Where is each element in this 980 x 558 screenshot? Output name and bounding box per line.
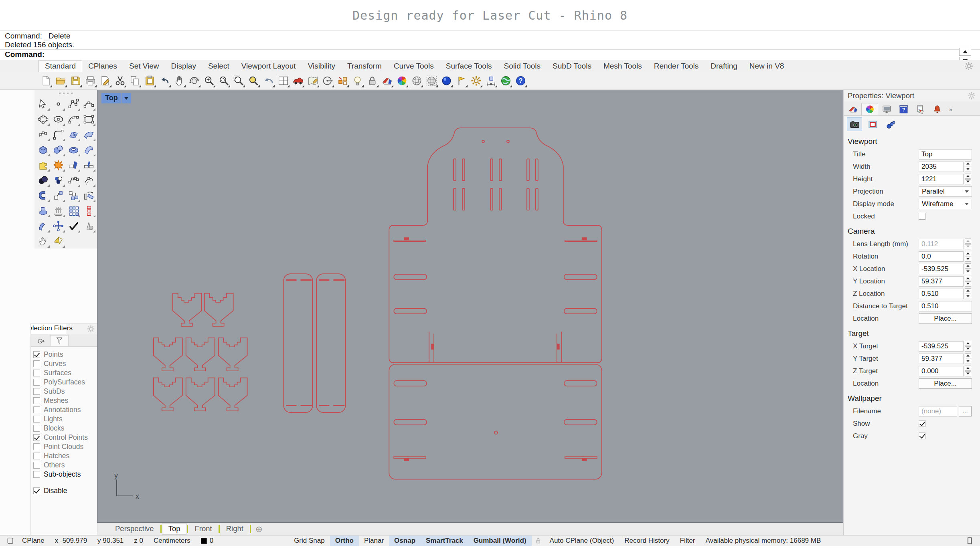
ellipse-tool-icon[interactable] (51, 111, 66, 127)
spheres-tool-icon[interactable] (51, 142, 66, 157)
gear-icon[interactable] (967, 91, 976, 100)
filter-item-others[interactable]: Others (33, 461, 97, 470)
spinner-stepper[interactable] (965, 341, 971, 352)
checkbox[interactable] (33, 453, 40, 459)
properties-tab-colorwheel-icon[interactable] (861, 103, 878, 115)
point-tool-icon[interactable] (51, 96, 66, 111)
cut-icon[interactable] (113, 73, 128, 89)
colorwheel-icon[interactable] (395, 73, 409, 89)
menu-tab-solid-tools[interactable]: Solid Tools (498, 61, 547, 72)
fillet-tool-icon[interactable] (51, 127, 66, 142)
polyline-tool-icon[interactable] (66, 96, 81, 111)
filter-item-blocks[interactable]: Blocks (33, 424, 97, 433)
render-sphere-icon[interactable] (439, 73, 454, 89)
filter-item-disable[interactable]: Disable (33, 486, 97, 495)
detail-spheres-icon[interactable] (883, 117, 898, 131)
copy-icon[interactable] (128, 73, 142, 89)
more-tabs-chevrons-icon[interactable]: » (946, 103, 956, 115)
car-icon[interactable] (291, 73, 306, 89)
y-location-field[interactable] (919, 276, 964, 287)
display-mode-dropdown[interactable]: Wireframe (919, 199, 972, 209)
command-area[interactable]: Command: _Delete Deleted 156 objects. Co… (0, 30, 980, 60)
gear-icon[interactable] (87, 325, 95, 333)
y-target-field[interactable] (919, 354, 964, 364)
twist-tool-icon[interactable] (81, 142, 96, 157)
menu-tab-transform[interactable]: Transform (341, 61, 388, 72)
puzzle-tool-icon[interactable] (35, 157, 51, 172)
window-panel-icon[interactable] (966, 537, 974, 545)
menu-tab-visibility[interactable]: Visibility (302, 61, 341, 72)
dim-tool-icon[interactable] (484, 73, 498, 89)
filter-item-hatches[interactable]: Hatches (33, 451, 97, 461)
argrid-tool-icon[interactable] (66, 203, 81, 218)
spinner-stepper[interactable] (965, 288, 971, 299)
laser-cut-drawing[interactable]: y x (97, 90, 843, 522)
checkbox[interactable] (33, 351, 40, 358)
spinner-stepper[interactable] (965, 161, 971, 172)
curve-tool-icon[interactable] (81, 96, 96, 111)
checkbox[interactable] (33, 370, 40, 376)
rotate-tool-icon[interactable] (81, 188, 96, 203)
named-sel-icon[interactable] (335, 73, 350, 89)
gray-checkbox[interactable] (919, 433, 925, 439)
z-location-field[interactable] (919, 289, 964, 299)
filter-item-control-points[interactable]: Control Points (33, 433, 97, 442)
viewport-title-chip[interactable]: Top (101, 93, 131, 103)
spinner-stepper[interactable] (965, 353, 971, 364)
units-button[interactable]: Centimeters (148, 536, 196, 546)
active-layer-button[interactable]: 0 (196, 536, 219, 546)
menu-tab-viewport-layout[interactable]: Viewport Layout (235, 61, 302, 72)
z-target-field[interactable] (919, 366, 964, 376)
crvpts-tool-icon[interactable] (35, 127, 51, 142)
spinner-stepper[interactable] (965, 174, 971, 185)
lasso-tool-icon[interactable] (51, 233, 66, 249)
copy-tool-icon[interactable] (66, 188, 81, 203)
checkbox[interactable] (33, 434, 40, 441)
gear-icon[interactable] (964, 61, 974, 71)
filter-item-point-clouds[interactable]: Point Clouds (33, 442, 97, 451)
toggle-ortho[interactable]: Ortho (330, 536, 359, 546)
menu-tab-render-tools[interactable]: Render Tools (648, 61, 705, 72)
locked-checkbox[interactable] (919, 213, 925, 220)
map-pencil-icon[interactable] (306, 73, 320, 89)
undo-view-icon[interactable] (261, 73, 276, 89)
selection-filters-tab-funnel[interactable] (50, 335, 69, 346)
filter-item-curves[interactable]: Curves (33, 359, 97, 368)
properties-tab-monitor-icon[interactable] (878, 103, 895, 115)
sphere-grid-icon[interactable] (424, 73, 439, 89)
filter-item-surfaces[interactable]: Surfaces (33, 368, 97, 378)
circ3-tool-icon[interactable] (51, 172, 66, 188)
title-field[interactable] (919, 149, 972, 160)
gumball-tool-icon[interactable] (51, 218, 66, 233)
flag-icon[interactable] (454, 73, 469, 89)
hand-tool-icon[interactable] (35, 233, 51, 249)
lock-icon[interactable] (365, 73, 380, 89)
save-icon[interactable] (68, 73, 83, 89)
menu-tab-standard[interactable]: Standard (38, 60, 82, 72)
spinner-stepper[interactable] (965, 239, 971, 250)
pan-icon[interactable] (172, 73, 187, 89)
patch-tool-icon[interactable] (81, 127, 96, 142)
gear-icon[interactable] (469, 73, 484, 89)
x-location-field[interactable] (919, 264, 964, 274)
checkbox[interactable] (33, 471, 40, 478)
help-icon[interactable]: ? (513, 73, 528, 89)
checkbox[interactable] (33, 443, 40, 450)
browse-file-button[interactable]: ... (959, 406, 972, 416)
torus-tool-icon[interactable] (66, 142, 81, 157)
paste-icon[interactable] (142, 73, 157, 89)
checkbox[interactable] (33, 425, 40, 432)
x-target-field[interactable] (919, 341, 964, 352)
cone-tool-icon[interactable] (81, 218, 96, 233)
new-doc-icon[interactable] (38, 73, 53, 89)
status-filter[interactable]: Filter (675, 536, 701, 546)
viewport-tab-perspective[interactable]: Perspective (109, 524, 160, 534)
filter-item-meshes[interactable]: Meshes (33, 396, 97, 405)
bend-tool-icon[interactable] (35, 218, 51, 233)
rhino-cake-icon[interactable] (380, 73, 395, 89)
rotate-view-icon[interactable] (187, 73, 202, 89)
properties-tab-report-icon[interactable] (912, 103, 929, 115)
cplane-button[interactable]: CPlane (17, 536, 50, 546)
check-tool-icon[interactable] (66, 218, 81, 233)
laser-cut-curves[interactable] (154, 128, 602, 479)
